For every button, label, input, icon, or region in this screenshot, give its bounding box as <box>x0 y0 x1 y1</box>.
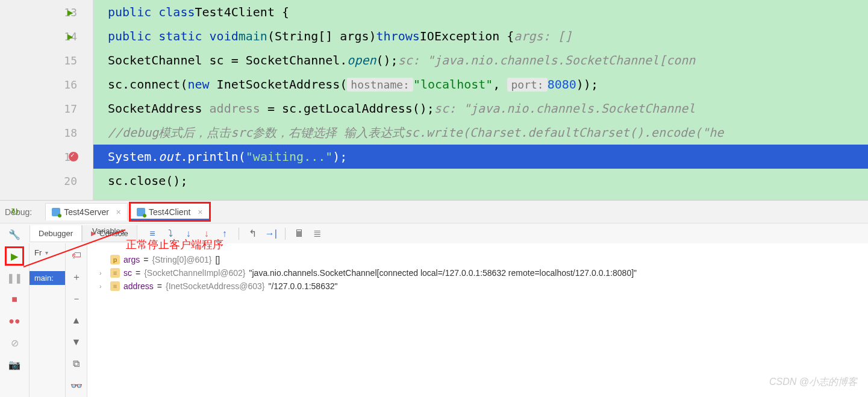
run-tab-label: Test4Server <box>64 207 109 217</box>
debug-body: ↻ 🔧 ▶ ❚❚ ■ ●● ⊘ 📷 Fr▾ main: 🏷 ＋ － ▲ ▼ ⧉ … <box>0 243 868 397</box>
annotation-text: 正常停止客户端程序 <box>126 237 223 252</box>
app-icon <box>137 208 145 216</box>
gutter-line[interactable]: 20 <box>0 169 93 193</box>
code-comment: //debug模式后，点击src参数，右键选择 输入表达式sc.write(Ch… <box>108 125 723 141</box>
add-icon[interactable]: ＋ <box>70 271 83 283</box>
glasses-icon[interactable]: 👓 <box>70 380 83 392</box>
code-token: "waiting..." <box>246 149 333 164</box>
line-number: 16 <box>64 78 77 91</box>
frames-panel: Fr▾ main: <box>30 243 66 397</box>
code-token: (); <box>376 53 398 67</box>
rerun-icon[interactable]: ↻ <box>8 205 21 218</box>
gutter-line[interactable]: 14▶ <box>0 24 93 48</box>
var-value: "/127.0.0.1:58632" <box>268 281 337 291</box>
code-token: .println( <box>180 149 245 164</box>
gutter-line[interactable]: 15 <box>0 48 93 72</box>
code-token: sc.close(); <box>108 173 187 188</box>
var-type: {InetSocketAddress@603} <box>166 281 264 291</box>
code-token: public static void <box>108 29 239 43</box>
settings-icon[interactable]: 🔧 <box>8 228 21 241</box>
code-token: main <box>239 29 267 43</box>
breakpoint-icon[interactable] <box>69 152 78 161</box>
var-name: args <box>123 255 140 264</box>
line-number: 21 <box>64 199 77 201</box>
frame-label: main: <box>34 274 54 283</box>
code-token: InetSocketAddress( <box>210 77 348 92</box>
divider <box>285 228 286 240</box>
frames-header-text: Fr <box>34 248 42 257</box>
code-token: = sc.getLocalAddress(); <box>260 101 434 116</box>
param-hint: hostname: <box>347 78 413 92</box>
var-kind-icon: ≡ <box>110 281 120 291</box>
evaluate-expr-icon[interactable]: 🖩 <box>293 227 306 240</box>
run-tab-label: Test4Client <box>149 207 190 217</box>
code-token: , <box>493 77 507 92</box>
inline-hint: sc: "java.nio.channels.SocketChannel[con… <box>398 53 696 67</box>
code-token: ); <box>333 149 347 164</box>
code-token: )); <box>576 77 598 92</box>
close-icon[interactable]: × <box>116 207 121 217</box>
pause-icon[interactable]: ❚❚ <box>8 271 21 284</box>
code-token: Test4Client <box>195 5 275 19</box>
variable-row[interactable]: › ≡ address = {InetSocketAddress@603} "/… <box>99 280 862 293</box>
stop-icon[interactable]: ■ <box>8 293 21 306</box>
tab-label: Debugger <box>39 229 73 238</box>
view-breakpoints-icon[interactable]: ●● <box>8 314 21 328</box>
code-token: System. <box>108 149 158 164</box>
chevron-down-icon: ▾ <box>45 249 48 256</box>
gutter-line[interactable]: 18 <box>0 120 93 145</box>
trace-icon[interactable]: ≣ <box>311 227 324 240</box>
run-to-cursor-icon[interactable]: →| <box>264 227 278 240</box>
var-type: {String[0]@601} <box>152 255 211 264</box>
code-token: IOException { <box>420 29 514 43</box>
code-token: SocketAddress <box>108 101 210 116</box>
code-token: } <box>108 198 115 200</box>
variables-panel: 🏷 ＋ － ▲ ▼ ⧉ 👓 Variables p args = {String… <box>66 243 868 397</box>
run-tab-client[interactable]: Test4Client × <box>130 203 209 220</box>
code-token: address <box>210 101 260 116</box>
line-number: 20 <box>64 175 77 187</box>
mute-breakpoints-icon[interactable]: ⊘ <box>8 336 21 349</box>
gutter-line[interactable]: 17 <box>0 96 93 120</box>
run-tab-server[interactable]: Test4Server × <box>45 203 128 220</box>
down-icon[interactable]: ▼ <box>70 336 83 348</box>
up-icon[interactable]: ▲ <box>70 314 83 327</box>
close-icon[interactable]: × <box>198 207 202 217</box>
var-kind-icon: p <box>110 255 120 264</box>
resume-icon[interactable]: ▶ <box>8 249 21 263</box>
var-value: [] <box>215 255 220 264</box>
camera-icon[interactable]: 📷 <box>8 358 21 371</box>
expander-icon[interactable]: › <box>99 269 107 277</box>
code-token: out <box>158 149 180 164</box>
var-eq: = <box>136 268 140 278</box>
gutter-line[interactable]: 21 <box>0 193 93 200</box>
var-eq: = <box>157 281 162 291</box>
run-icon[interactable]: ▶ <box>67 31 73 42</box>
code-content[interactable]: public class Test4Client { public static… <box>93 0 868 200</box>
inline-hint: args: [] <box>514 29 572 43</box>
variable-row[interactable]: p args = {String[0]@601} [] <box>99 253 862 266</box>
code-token: SocketChannel sc = SocketChannel. <box>108 53 347 67</box>
line-number: 18 <box>64 127 77 139</box>
tab-debugger[interactable]: Debugger <box>30 225 82 242</box>
var-value: "java.nio.channels.SocketChannel[connect… <box>249 268 637 278</box>
frame-item[interactable]: main: <box>30 271 65 285</box>
debug-run-tabs: Debug: Test4Server × Test4Client × <box>0 200 868 223</box>
var-name: address <box>123 281 154 291</box>
gutter-line[interactable]: 19 <box>0 145 93 169</box>
app-icon <box>52 208 60 216</box>
var-eq: = <box>143 255 148 264</box>
gutter-line[interactable]: 13▶ <box>0 0 93 24</box>
code-token: new <box>187 77 209 92</box>
remove-icon[interactable]: － <box>70 293 83 305</box>
gutter-line[interactable]: 16 <box>0 72 93 96</box>
run-icon[interactable]: ▶ <box>67 7 73 18</box>
code-token: { <box>275 5 289 19</box>
variable-row[interactable]: › ≡ sc = {SocketChannelImpl@602} "java.n… <box>99 266 862 280</box>
new-watch-icon[interactable]: 🏷 <box>70 249 83 261</box>
drop-frame-icon[interactable]: ↰ <box>246 227 260 240</box>
code-token: "localhost" <box>413 77 493 92</box>
expander-icon[interactable]: › <box>99 283 107 290</box>
copy-icon[interactable]: ⧉ <box>70 358 83 370</box>
code-token: (String[] args) <box>267 29 376 43</box>
